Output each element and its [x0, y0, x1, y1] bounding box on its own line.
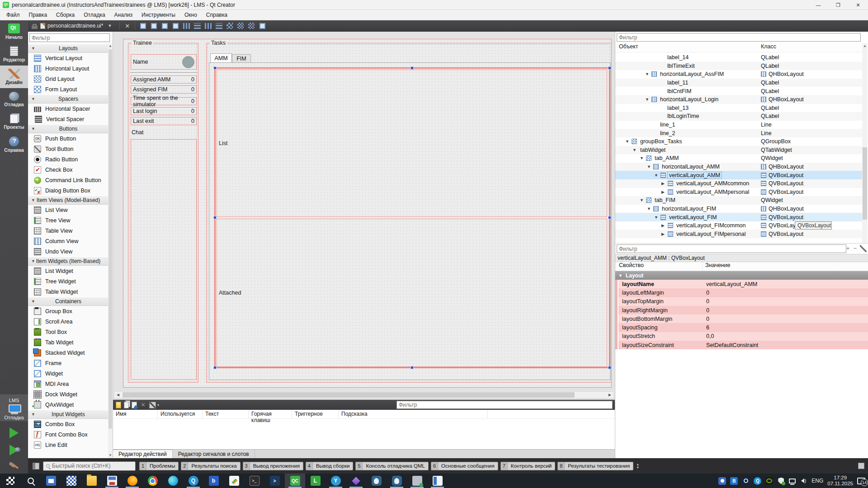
break-layout-icon[interactable]	[247, 22, 256, 30]
notification-icon[interactable]: 14	[857, 478, 865, 484]
output-pane-5[interactable]: 5Консоль отладчика QML	[355, 462, 429, 470]
output-pane-4[interactable]: 4Вывод сборки	[306, 462, 354, 470]
copy-action-icon[interactable]	[124, 402, 129, 408]
editor-tab-0[interactable]: Редактор действий	[113, 450, 173, 458]
property-section-layout[interactable]: ▼ Layout	[615, 271, 868, 280]
configure-icon[interactable]	[149, 402, 156, 408]
layout-grid-icon[interactable]	[236, 22, 245, 30]
section-header-0[interactable]: ▼Layouts	[28, 44, 108, 53]
network-icon[interactable]	[789, 479, 796, 483]
build-button[interactable]	[8, 462, 20, 474]
taskbar-fork-app[interactable]: Y	[326, 474, 346, 488]
widget-item-command-link-button[interactable]: Command Link Button	[28, 175, 108, 185]
widget-item-font-combo-box[interactable]: Font Combo Box	[28, 429, 108, 440]
tree-row-tab_FIM[interactable]: ▼tab_FIMQWidget	[615, 196, 862, 205]
output-pane-8[interactable]: 8Результаты тестирования	[557, 462, 633, 470]
tree-row-line_1[interactable]: line_1Line	[615, 121, 862, 129]
object-tree-scrollbar[interactable]: ▲ ▼	[862, 43, 868, 259]
chevron-down-icon[interactable]: ▼	[625, 139, 630, 144]
property-row-layoutRightMargin[interactable]: layoutRightMargin0	[615, 306, 868, 314]
taskbar-edge[interactable]	[163, 474, 183, 488]
widget-item-combo-box[interactable]: Combo Box	[28, 419, 108, 429]
widget-item-qax-widget[interactable]: QAxWidget	[28, 399, 108, 410]
widget-item-line-edit[interactable]: Line Edit	[28, 440, 108, 450]
widget-item-widget[interactable]: Widget	[28, 368, 108, 379]
edit-widgets-icon[interactable]	[138, 22, 147, 30]
taskbar-calculator-app[interactable]	[61, 474, 81, 488]
taskbar-postgres-app-2[interactable]	[387, 474, 407, 488]
taskbar-file-explorer[interactable]	[81, 474, 102, 488]
add-property-icon[interactable]: +	[844, 245, 851, 252]
taskbar-postgres-app-1[interactable]	[366, 474, 387, 488]
language-indicator[interactable]: ENG	[811, 478, 823, 484]
tree-row-tab_AMM[interactable]: ▼tab_AMMQWidget	[615, 154, 862, 163]
property-filter-input[interactable]	[617, 244, 846, 253]
edit-buddies-icon[interactable]	[160, 22, 169, 30]
wrench-icon[interactable]	[860, 245, 867, 252]
section-header-5[interactable]: ▼Containers	[28, 297, 108, 306]
mode-отладка[interactable]: Отладка	[0, 88, 28, 111]
menu-item-0[interactable]: Файл	[2, 10, 24, 19]
field-row-2[interactable]: Time spent on the simulator0	[131, 97, 197, 105]
widget-item-scroll-area[interactable]: Scroll Area	[28, 316, 108, 327]
taskbar-search-button[interactable]	[20, 474, 41, 488]
selected-layout[interactable]: List Attached	[214, 67, 610, 368]
list-layout[interactable]: List	[217, 70, 607, 217]
chevron-right-icon[interactable]: ▶	[661, 190, 666, 194]
chevron-down-icon[interactable]: ▼	[108, 23, 112, 28]
taskbar-doc-app[interactable]	[427, 474, 448, 488]
scroll-left-icon[interactable]: ◄	[114, 392, 122, 398]
chevron-down-icon[interactable]: ▼	[640, 156, 644, 160]
menu-item-3[interactable]: Отладка	[79, 10, 109, 19]
taskbar-qt-creator[interactable]: QC	[285, 474, 305, 488]
bluetooth-icon[interactable]: B	[730, 477, 738, 485]
field-row-4[interactable]: Last exit0	[131, 117, 197, 125]
tree-row-horizontalLayout_AMM[interactable]: ▼horizontalLayout_AMMQHBoxLayout	[615, 163, 862, 171]
widget-item-table-view[interactable]: Table View	[28, 225, 108, 236]
section-header-1[interactable]: ▼Spacers	[28, 94, 108, 103]
edit-action-icon[interactable]	[132, 402, 137, 408]
edit-signals-slots-icon[interactable]	[149, 22, 158, 30]
tree-row-label_13[interactable]: label_13QLabel	[615, 104, 862, 113]
widget-item-dock-widget[interactable]: Dock Widget	[28, 389, 108, 399]
taskbar-chrome[interactable]	[142, 474, 163, 488]
property-row-layoutName[interactable]: layoutNameverticalLayout_AMM	[615, 280, 868, 288]
run-button[interactable]	[9, 427, 19, 438]
tree-row-lblLoginTime[interactable]: lblLoginTimeQLabel	[615, 112, 862, 121]
splitter-horizontal-icon[interactable]	[203, 22, 212, 30]
action-filter-input[interactable]	[396, 401, 613, 409]
widget-item-tree-view[interactable]: Tree View	[28, 215, 108, 225]
widget-item-mdi-area[interactable]: MDI Area	[28, 379, 108, 389]
property-row-layoutLeftMargin[interactable]: layoutLeftMargin0	[615, 288, 868, 297]
remove-property-icon[interactable]: −	[852, 245, 859, 252]
tree-row-verticalLayout_FIMpersonal[interactable]: ▶verticalLayout_FIMpersonalQVBoxLayout	[615, 230, 862, 238]
tree-row-verticalLayout_AMM[interactable]: ▼verticalLayout_AMMQVBoxLayout	[615, 171, 862, 179]
section-header-6[interactable]: ▼Input Widgets	[28, 410, 108, 419]
section-header-4[interactable]: ▼Item Widgets (Item-Based)	[28, 257, 108, 266]
tree-row-lblCntFIM[interactable]: lblCntFIMQLabel	[615, 87, 862, 95]
widget-item-list-view[interactable]: List View	[28, 205, 108, 215]
output-pane-1[interactable]: 1Проблемы	[139, 462, 179, 470]
mode-справка[interactable]: Справка	[0, 133, 28, 156]
menu-item-1[interactable]: Правка	[24, 10, 52, 19]
taskbar-floppy-app[interactable]	[102, 474, 122, 488]
scroll-up-icon[interactable]: ▲	[108, 44, 113, 48]
mode-проекты[interactable]: Проекты	[0, 111, 28, 133]
field-row-3[interactable]: Last login0	[131, 107, 197, 115]
field-row-1[interactable]: Assigned FIM0	[131, 85, 197, 94]
chevron-down-icon[interactable]: ▼	[640, 198, 644, 202]
kit-selector[interactable]: LMS Отладка	[0, 394, 28, 421]
menu-item-4[interactable]: Анализ	[110, 10, 137, 19]
run-debug-button[interactable]	[9, 445, 19, 455]
field-row-0[interactable]: Assigned AMM0	[131, 75, 197, 84]
taskbar-gem-app[interactable]	[346, 474, 366, 488]
mode-дизайн[interactable]: Дизайн	[0, 66, 28, 88]
taskbar-powershell[interactable]: >	[264, 474, 285, 488]
taskbar-l-app[interactable]: L	[305, 474, 326, 488]
tree-row-horizontalLayout_Login[interactable]: ▼horizontalLayout_LoginQHBoxLayout	[615, 95, 862, 104]
tasks-group-box[interactable]: Tasks AMM FIM List Attached	[206, 43, 612, 383]
taskbar-mail-app[interactable]: b	[203, 474, 224, 488]
widget-item-push-button[interactable]: Push Button	[28, 133, 108, 144]
chat-area[interactable]	[131, 139, 197, 380]
widget-item-table-widget[interactable]: Table Widget	[28, 286, 108, 297]
